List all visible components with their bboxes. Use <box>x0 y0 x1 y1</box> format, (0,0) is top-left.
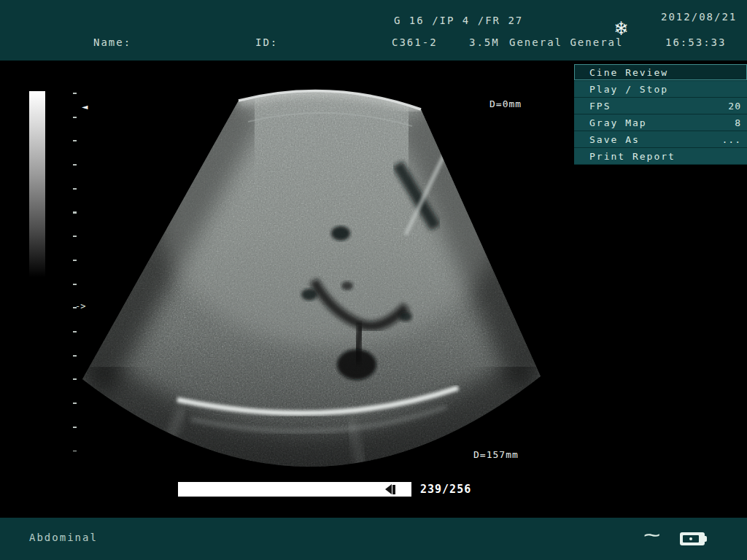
menu-item-label: Save As <box>589 134 640 145</box>
menu-item-label: FPS <box>589 101 611 112</box>
ultrasound-screen: G 16 /IP 4 /FR 27 2012/08/21 Name: ID: C… <box>0 0 747 560</box>
menu-item-cine-review[interactable]: Cine Review <box>574 64 747 81</box>
menu-item-label: Play / Stop <box>589 84 668 95</box>
probe-model: C361-2 <box>392 36 438 48</box>
cine-progress-bar[interactable] <box>178 482 411 497</box>
patient-name-label: Name: <box>93 36 131 48</box>
battery-icon <box>680 532 705 545</box>
acquisition-params: G 16 /IP 4 /FR 27 <box>394 15 523 26</box>
battery-icon-nub <box>705 536 707 542</box>
grayscale-map-bar <box>29 91 45 277</box>
depth-start-label: D=0mm <box>489 98 522 109</box>
date-display: 2012/08/21 <box>661 11 737 23</box>
depth-ruler <box>73 93 77 451</box>
cine-position-marker <box>385 484 395 494</box>
probe-frequency: 3.5M <box>469 36 500 48</box>
menu-item-label: Gray Map <box>589 117 647 128</box>
cine-marker-arrow-icon <box>385 484 392 494</box>
cine-frame-counter: 239/256 <box>420 482 471 497</box>
menu-item-value: 20 <box>728 101 741 112</box>
menu-item-label: Cine Review <box>589 67 668 78</box>
patient-id-label: ID: <box>255 36 278 48</box>
menu-item-print-report[interactable]: Print Report <box>574 148 747 165</box>
menu-item-save-as[interactable]: Save As ... <box>574 131 747 148</box>
exam-mode-label: Abdominal <box>29 532 98 543</box>
depth-end-label: D=157mm <box>473 449 519 460</box>
footer-bar: Abdominal ∼ <box>0 518 747 560</box>
orientation-marker-icon: ◄ <box>82 101 88 112</box>
menu-item-play-stop[interactable]: Play / Stop <box>574 81 747 98</box>
cine-marker-stem <box>392 485 395 494</box>
ac-power-icon: ∼ <box>643 524 660 545</box>
menu-item-value: 8 <box>735 117 741 128</box>
freeze-icon: ❄ <box>615 16 627 40</box>
menu-item-gray-map[interactable]: Gray Map 8 <box>574 114 747 131</box>
exam-preset: General General <box>509 36 623 48</box>
menu-item-label: Print Report <box>589 151 676 162</box>
soft-menu: Cine Review Play / Stop FPS 20 Gray Map … <box>574 64 747 165</box>
battery-icon-dot <box>689 537 692 540</box>
focus-marker-icon: -> <box>75 301 85 311</box>
menu-item-value: ... <box>722 134 741 145</box>
header-bar: G 16 /IP 4 /FR 27 2012/08/21 Name: ID: C… <box>0 0 747 61</box>
menu-item-fps[interactable]: FPS 20 <box>574 98 747 114</box>
time-display: 16:53:33 <box>665 36 726 48</box>
